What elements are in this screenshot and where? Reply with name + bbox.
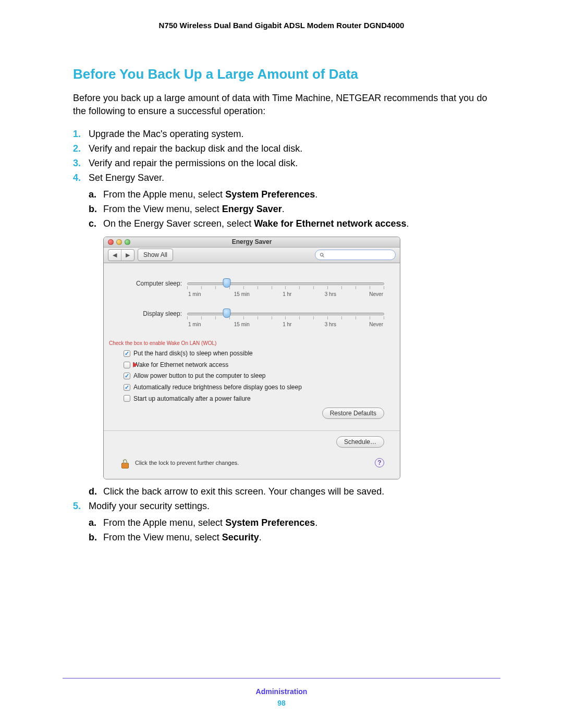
step-4b: b.From the View menu, select Energy Save… <box>89 202 490 217</box>
tick-3hrs: 3 hrs <box>325 290 336 299</box>
checkbox-icon[interactable]: ✓ <box>124 373 130 379</box>
step-4a-post: . <box>315 189 317 200</box>
lock-icon[interactable] <box>119 457 131 468</box>
tick-1min: 1 min <box>188 320 201 329</box>
tick-1hr: 1 hr <box>283 290 291 299</box>
check-hdd-sleep[interactable]: ✓Put the hard disk(s) to sleep when poss… <box>124 349 384 359</box>
step-5-text: Modify your security settings. <box>89 501 210 511</box>
show-all-button[interactable]: Show All <box>138 249 173 262</box>
step-4c-bold: Wake for Ethernet network access <box>254 218 406 229</box>
intro-paragraph: Before you back up a large amount of dat… <box>73 92 490 118</box>
nav-buttons[interactable]: ◀ ▶ <box>108 249 134 261</box>
step-2-text: Verify and repair the backup disk and th… <box>89 143 302 154</box>
step-5b-bold: Security <box>222 532 259 542</box>
step-4c: c.On the Energy Saver screen, select Wak… <box>89 217 490 231</box>
search-field[interactable] <box>315 250 396 260</box>
arrow-icon <box>133 362 138 367</box>
check-wake-ethernet-label: Wake for Ethernet network access <box>133 360 228 370</box>
check-hdd-sleep-label: Put the hard disk(s) to sleep when possi… <box>133 349 253 359</box>
step-4d-text: Click the back arrow to exit this screen… <box>103 486 384 497</box>
step-5a-pre: From the Apple menu, select <box>103 517 225 528</box>
step-4c-post: . <box>407 218 409 229</box>
step-4a-pre: From the Apple menu, select <box>103 189 225 200</box>
footer-section: Administration <box>0 687 563 696</box>
checkbox-icon[interactable]: ✓ <box>124 350 130 357</box>
tick-never: Never <box>369 320 383 329</box>
lock-text: Click the lock to prevent further change… <box>135 459 239 467</box>
restore-defaults-button[interactable]: Restore Defaults <box>322 408 384 419</box>
step-4c-pre: On the Energy Saver screen, select <box>103 218 254 229</box>
search-input[interactable] <box>327 252 391 258</box>
slider-thumb-icon[interactable] <box>223 278 230 288</box>
tick-15min: 15 min <box>234 290 250 299</box>
tick-15min: 15 min <box>234 320 250 329</box>
step-3-text: Verify and repair the permissions on the… <box>89 158 298 168</box>
check-brightness[interactable]: ✓Automatically reduce brightness before … <box>124 382 384 392</box>
step-2: 2.Verify and repair the backup disk and … <box>73 142 490 156</box>
check-power-button-label: Allow power button to put the computer t… <box>133 371 265 381</box>
check-power-button[interactable]: ✓Allow power button to put the computer … <box>124 371 384 381</box>
schedule-button[interactable]: Schedule… <box>336 436 384 448</box>
computer-sleep-slider[interactable] <box>187 279 384 288</box>
page-footer: Administration 98 <box>0 687 563 707</box>
step-1-text: Upgrade the Mac's operating system. <box>89 129 244 139</box>
step-4a: a.From the Apple menu, select System Pre… <box>89 188 490 202</box>
computer-sleep-label: Computer sleep: <box>119 279 182 289</box>
step-5: 5.Modify your security settings. a.From … <box>73 499 490 545</box>
checkbox-icon[interactable]: ✓ <box>124 384 130 391</box>
energy-saver-window: Energy Saver ◀ ▶ Show All <box>103 237 400 480</box>
check-startup[interactable]: Start up automatically after a power fai… <box>124 394 384 404</box>
step-5a-bold: System Preferences <box>225 517 315 528</box>
titlebar: Energy Saver <box>104 237 400 248</box>
doc-header: N750 Wireless Dual Band Gigabit ADSL Mod… <box>73 21 490 30</box>
check-startup-label: Start up automatically after a power fai… <box>133 394 251 404</box>
section-title: Before You Back Up a Large Amount of Dat… <box>73 66 490 82</box>
step-5a-post: . <box>315 517 317 528</box>
tick-1min: 1 min <box>188 290 201 299</box>
window-title: Energy Saver <box>104 237 400 247</box>
checkbox-icon[interactable] <box>124 395 130 402</box>
display-sleep-slider[interactable] <box>187 309 384 318</box>
search-icon <box>320 252 325 258</box>
step-5a: a.From the Apple menu, select System Pre… <box>89 516 490 530</box>
checkbox-icon[interactable] <box>124 362 130 368</box>
footer-rule <box>63 678 500 678</box>
step-5b: b.From the View menu, select Security. <box>89 530 490 545</box>
step-4b-post: . <box>282 204 285 214</box>
back-icon[interactable]: ◀ <box>108 250 121 261</box>
step-4b-pre: From the View menu, select <box>103 204 222 214</box>
step-4d: d.Click the back arrow to exit this scre… <box>89 485 490 499</box>
step-5b-pre: From the View menu, select <box>103 532 222 542</box>
help-icon[interactable]: ? <box>375 458 384 467</box>
step-4: 4.Set Energy Saver. a.From the Apple men… <box>73 171 490 499</box>
tick-3hrs: 3 hrs <box>325 320 336 329</box>
check-wake-ethernet[interactable]: Wake for Ethernet network access <box>124 360 384 370</box>
slider-thumb-icon[interactable] <box>223 309 230 318</box>
step-4b-bold: Energy Saver <box>222 204 282 214</box>
forward-icon[interactable]: ▶ <box>121 250 134 261</box>
tick-1hr: 1 hr <box>283 320 291 329</box>
display-sleep-label: Display sleep: <box>119 309 182 319</box>
wol-annotation: Check the box to enable Wake On LAN (WOL… <box>109 339 384 348</box>
step-3: 3.Verify and repair the permissions on t… <box>73 156 490 171</box>
toolbar: ◀ ▶ Show All <box>104 248 400 263</box>
step-4-text: Set Energy Saver. <box>89 172 164 183</box>
step-1: 1.Upgrade the Mac's operating system. <box>73 127 490 142</box>
check-brightness-label: Automatically reduce brightness before d… <box>133 382 302 392</box>
tick-never: Never <box>369 290 383 299</box>
step-5b-post: . <box>259 532 262 542</box>
footer-page-number: 98 <box>0 699 563 707</box>
step-4a-bold: System Preferences <box>225 189 315 200</box>
